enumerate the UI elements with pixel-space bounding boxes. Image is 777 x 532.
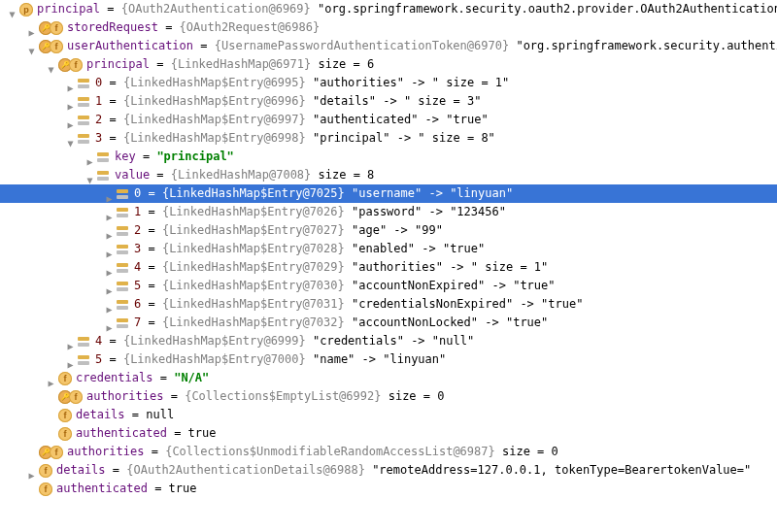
- expand-collapse-arrow[interactable]: ▶: [66, 116, 75, 124]
- object-reference: {LinkedHashMap$Entry@6999}: [123, 334, 306, 348]
- tree-row[interactable]: fauthenticated = true: [0, 480, 777, 498]
- expand-collapse-arrow[interactable]: ▶: [66, 79, 75, 87]
- equals: =: [150, 168, 171, 182]
- equals: =: [141, 223, 162, 237]
- tree-row[interactable]: ▶1 = {LinkedHashMap$Entry@6996} "details…: [0, 92, 777, 111]
- tree-row[interactable]: ▶6 = {LinkedHashMap$Entry@7031} "credent…: [0, 295, 777, 314]
- expand-collapse-arrow[interactable]: ▶: [66, 355, 75, 364]
- object-reference: {OAuth2Request@6986}: [180, 20, 321, 34]
- expand-collapse-arrow[interactable]: ▶: [105, 208, 114, 216]
- tree-row[interactable]: ▶4 = {LinkedHashMap$Entry@6999} "credent…: [0, 332, 777, 350]
- tree-row[interactable]: ▶🔑fstoredRequest = {OAuth2Request@6986}: [0, 18, 777, 37]
- expand-collapse-arrow[interactable]: ▼: [27, 42, 36, 50]
- value-suffix: [345, 205, 352, 218]
- debugger-variables-tree[interactable]: ▼pprincipal = {OAuth2Authentication@6969…: [0, 0, 777, 532]
- field-icon: f: [50, 40, 63, 53]
- object-reference: {LinkedHashMap$Entry@6996}: [123, 94, 306, 108]
- map-entry-icon: [78, 115, 91, 126]
- object-reference: {Collections$EmptyList@6992}: [185, 389, 381, 403]
- tree-row[interactable]: ▶5 = {LinkedHashMap$Entry@7000} "name" -…: [0, 350, 777, 369]
- variable-name: authenticated: [76, 426, 167, 440]
- equals: =: [141, 316, 162, 329]
- expand-collapse-arrow[interactable]: ▶: [105, 245, 114, 253]
- expand-collapse-arrow[interactable]: ▶: [105, 226, 114, 235]
- expand-collapse-arrow[interactable]: ▼: [85, 171, 94, 180]
- tree-row[interactable]: ▼3 = {LinkedHashMap$Entry@6998} "princip…: [0, 129, 777, 148]
- equals: =: [125, 408, 147, 421]
- tree-row[interactable]: ▼value = {LinkedHashMap@7008} size = 8: [0, 166, 777, 184]
- value-suffix: [306, 352, 313, 366]
- expand-collapse-arrow[interactable]: ▼: [8, 5, 17, 14]
- value-suffix: null: [146, 408, 174, 421]
- value-suffix: size = 6: [311, 57, 374, 71]
- equals: =: [102, 94, 123, 108]
- expand-collapse-arrow[interactable]: ▶: [47, 374, 55, 382]
- variable-name: principal: [86, 57, 150, 71]
- value-suffix: [306, 131, 313, 145]
- object-reference: {OAuth2AuthenticationDetails@6988}: [126, 463, 365, 477]
- variable-name: authorities: [67, 445, 144, 458]
- object-reference: {OAuth2Authentication@6969}: [121, 2, 311, 16]
- expand-collapse-arrow[interactable]: ▶: [105, 300, 114, 309]
- tree-row[interactable]: ▶3 = {LinkedHashMap$Entry@7028} "enabled…: [0, 240, 777, 258]
- field-icon: f: [39, 482, 52, 496]
- field-icon: f: [58, 427, 72, 441]
- value-suffix: [345, 242, 352, 255]
- map-entry-icon: [78, 133, 91, 145]
- object-reference: {LinkedHashMap$Entry@6998}: [123, 131, 306, 145]
- string-value: "org.springframework.security.authentica…: [516, 39, 777, 52]
- variable-name: storedRequest: [67, 20, 158, 34]
- tree-row[interactable]: ▶0 = {LinkedHashMap$Entry@6995} "authori…: [0, 74, 777, 92]
- map-entry-icon: [78, 354, 91, 366]
- tree-row[interactable]: ▶2 = {LinkedHashMap$Entry@6997} "authent…: [0, 111, 777, 129]
- map-entry-icon: [78, 96, 91, 108]
- value-suffix: [306, 334, 313, 348]
- object-reference: {LinkedHashMap$Entry@7027}: [162, 223, 345, 237]
- tree-row[interactable]: fdetails = null: [0, 406, 777, 424]
- expand-collapse-arrow[interactable]: ▶: [105, 263, 114, 272]
- object-reference: {Collections$UnmodifiableRandomAccessLis…: [165, 445, 495, 458]
- tree-row[interactable]: ▶5 = {LinkedHashMap$Entry@7030} "account…: [0, 277, 777, 295]
- tree-row[interactable]: ▶2 = {LinkedHashMap$Entry@7027} "age" ->…: [0, 221, 777, 240]
- map-entry-icon: [117, 299, 130, 311]
- tree-row[interactable]: 🔑fauthorities = {Collections$Unmodifiabl…: [0, 443, 777, 461]
- tree-row[interactable]: ▼pprincipal = {OAuth2Authentication@6969…: [0, 0, 777, 18]
- expand-collapse-arrow[interactable]: ▶: [66, 337, 75, 346]
- variable-name: authenticated: [56, 482, 148, 495]
- tree-row[interactable]: ▶fdetails = {OAuth2AuthenticationDetails…: [0, 461, 777, 480]
- string-value: "authenticated" -> "true": [313, 113, 489, 126]
- expand-collapse-arrow[interactable]: ▶: [85, 152, 94, 161]
- equals: =: [136, 150, 157, 163]
- expand-collapse-arrow[interactable]: ▶: [105, 318, 114, 327]
- expand-collapse-arrow[interactable]: ▼: [66, 134, 75, 143]
- property-icon: p: [19, 3, 33, 17]
- string-value: "org.springframework.security.oauth2.pro…: [318, 2, 777, 16]
- tree-row[interactable]: ▶0 = {LinkedHashMap$Entry@7025} "usernam…: [0, 184, 777, 203]
- tree-row[interactable]: fauthenticated = true: [0, 424, 777, 443]
- string-value: "principal": [156, 150, 233, 163]
- tree-row[interactable]: ▶4 = {LinkedHashMap$Entry@7029} "authori…: [0, 258, 777, 277]
- tree-row[interactable]: ▶fcredentials = "N/A": [0, 369, 777, 387]
- expand-collapse-arrow[interactable]: ▶: [105, 189, 114, 198]
- tree-row[interactable]: ▼🔑fprincipal = {LinkedHashMap@6971} size…: [0, 55, 777, 74]
- field-icon: f: [58, 372, 72, 385]
- value-suffix: [306, 76, 313, 89]
- tree-row[interactable]: ▼🔑fuserAuthentication = {UsernamePasswor…: [0, 37, 777, 55]
- object-reference: {LinkedHashMap$Entry@7000}: [123, 352, 306, 366]
- expand-collapse-arrow[interactable]: ▶: [105, 282, 114, 290]
- expand-collapse-arrow[interactable]: ▶: [27, 23, 36, 32]
- expand-collapse-arrow[interactable]: ▶: [66, 97, 75, 106]
- tree-row[interactable]: ▶1 = {LinkedHashMap$Entry@7026} "passwor…: [0, 203, 777, 221]
- variable-name: value: [115, 168, 150, 182]
- tree-row[interactable]: ▶7 = {LinkedHashMap$Entry@7032} "account…: [0, 314, 777, 332]
- tree-row[interactable]: 🔑fauthorities = {Collections$EmptyList@6…: [0, 387, 777, 406]
- tree-row[interactable]: ▶key = "principal": [0, 148, 777, 166]
- object-reference: {UsernamePasswordAuthenticationToken@697…: [215, 39, 509, 52]
- expand-collapse-arrow[interactable]: ▶: [27, 466, 36, 475]
- string-value: "enabled" -> "true": [352, 242, 485, 255]
- value-suffix: [345, 260, 352, 274]
- expand-collapse-arrow[interactable]: ▼: [47, 60, 55, 69]
- string-value: "authorities" -> " size = 1": [352, 260, 548, 274]
- string-value: "details" -> " size = 3": [313, 94, 481, 108]
- equals: =: [150, 57, 171, 71]
